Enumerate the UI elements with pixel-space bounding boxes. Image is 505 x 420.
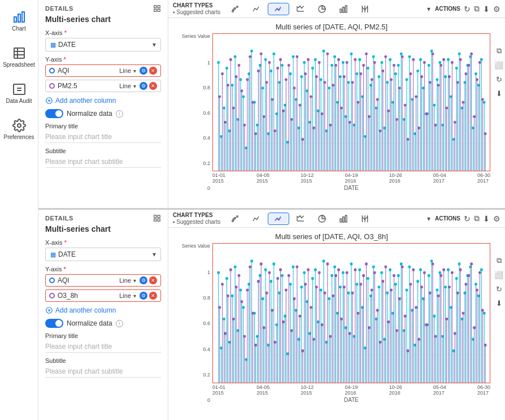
details-expand-icon-1[interactable] [153,5,161,12]
copy-icon-2[interactable]: ⧉ [474,214,480,223]
yaxis-settings-aqi-1[interactable]: ⚙ [140,67,147,75]
settings-icon-2[interactable]: ⚙ [493,214,500,223]
actions-label-2: ACTIONS [435,215,460,222]
svg-point-588 [414,344,416,346]
download-icon-2[interactable]: ⬇ [483,214,490,223]
chart-type-parallel-1[interactable] [355,3,375,15]
svg-point-157 [386,81,389,84]
svg-point-63 [256,124,258,126]
normalize-toggle-1[interactable] [45,109,63,118]
yaxis-remove-pm25-1[interactable]: ✕ [149,82,157,90]
svg-point-726 [338,269,340,271]
chart-type-histogram-1[interactable] [290,3,311,15]
primary-title-input-1[interactable]: Please input chart title [45,131,161,143]
svg-point-714 [321,323,323,326]
settings-icon-1[interactable]: ⚙ [493,5,500,14]
sidebar-item-chart[interactable]: Chart [0,6,38,36]
primary-title-input-2[interactable]: Please input chart title [45,341,161,353]
svg-point-646 [227,295,229,297]
subtitle-input-2[interactable]: Please input chart subtitle [45,366,161,378]
svg-point-716 [324,292,326,294]
svg-point-419 [481,98,484,101]
action-icons-2: ↻ ⧉ ⬇ ⚙ [464,214,500,223]
chart-type-bar-1[interactable] [333,3,354,15]
yaxis-dropdown-aqi-2[interactable]: ▾ [133,278,136,284]
svg-point-690 [288,274,290,276]
more-btn-2[interactable]: ▾ [427,215,430,223]
yaxis-item-o3-2: O3_8h Line ▾ ⚙ ✕ [45,289,161,302]
audit-icon [12,83,26,96]
chart-type-line-2[interactable] [246,213,267,224]
side-refresh-icon-1[interactable]: ↻ [496,75,502,84]
yaxis-remove-aqi-1[interactable]: ✕ [149,67,157,75]
yaxis-settings-o3-2[interactable]: ⚙ [140,292,147,300]
side-copy-icon-2[interactable]: ⧉ [497,256,502,265]
download-icon-1[interactable]: ⬇ [483,5,490,14]
yaxis-remove-aqi-2[interactable]: ✕ [149,276,157,284]
sidebar-item-spreadsheet[interactable]: Spreadsheet [0,42,38,72]
normalize-toggle-2[interactable] [45,319,63,328]
svg-rect-14 [158,9,160,11]
yaxis-settings-aqi-2[interactable]: ⚙ [140,276,147,284]
xaxis-value-1: DATE [58,41,76,49]
svg-point-97 [303,61,306,63]
yaxis-settings-pm25-1[interactable]: ⚙ [140,82,147,90]
svg-point-173 [408,55,411,58]
chart-type-scatter-2[interactable] [225,213,245,224]
normalize-info-1[interactable]: i [116,110,123,118]
chart-type-multiseries-1[interactable] [268,3,289,15]
details-expand-icon-2[interactable] [153,214,161,222]
svg-point-307 [326,53,329,55]
side-share-icon-2[interactable]: ⬜ [494,271,503,279]
side-download-icon-1[interactable]: ⬇ [496,89,502,98]
chart-type-pie-2[interactable] [312,213,332,224]
svg-point-87 [289,73,291,75]
svg-rect-422 [154,215,156,218]
refresh-icon-1[interactable]: ↻ [464,5,471,14]
yaxis-label-2: Y-axis * [45,266,161,272]
add-column-1[interactable]: Add another column [45,97,161,105]
copy-icon-1[interactable]: ⧉ [474,4,480,14]
chart-type-histogram-2[interactable] [290,213,311,224]
svg-point-792 [429,292,431,294]
suggested-text-2: Suggested charts [176,219,220,225]
chart-type-scatter-1[interactable] [225,3,245,15]
refresh-icon-2[interactable]: ↻ [464,214,471,223]
svg-point-49 [237,118,239,120]
chart-with-yaxis-1: Series Value 1 0.8 0.6 0.4 0.2 0 [173,33,490,191]
side-download-icon-2[interactable]: ⬇ [496,299,502,308]
side-copy-icon-1[interactable]: ⧉ [497,46,502,55]
chart-plot-container-2: Multi series of [DATE, AQI, O3_8h] AQI O… [168,228,493,420]
side-refresh-icon-2[interactable]: ↻ [496,285,502,293]
chart-type-parallel-2[interactable] [355,213,375,224]
side-share-icon-1[interactable]: ⬜ [494,61,503,70]
svg-point-668 [257,280,259,283]
chart-content-2: Multi series of [DATE, AQI, O3_8h] AQI O… [168,228,505,420]
add-column-2[interactable]: Add another column [45,306,161,314]
svg-point-742 [360,283,362,285]
sidebar-item-data-audit[interactable]: Data Audit [0,78,38,109]
yaxis-dropdown-pm25-1[interactable]: ▾ [133,83,136,89]
svg-point-652 [235,286,237,288]
sidebar-item-preferences[interactable]: Preferences [0,114,38,145]
chart-type-pie-1[interactable] [312,3,332,15]
chart-type-bar-2[interactable] [333,213,354,224]
yaxis-dropdown-o3-2[interactable]: ▾ [133,293,136,299]
svg-point-75 [273,53,275,55]
subtitle-input-1[interactable]: Please input chart subtitle [45,156,161,168]
chart-types-bar-2: CHART TYPES ▪ Suggested charts [168,210,505,228]
yaxis-dropdown-aqi-1[interactable]: ▾ [133,68,136,74]
svg-point-704 [307,269,310,271]
xaxis-select-2[interactable]: ▦ DATE ▾ [45,248,161,261]
svg-point-403 [459,58,462,60]
chart-type-line-1[interactable] [246,3,267,15]
yaxis-remove-o3-2[interactable]: ✕ [149,292,157,300]
xaxis-select-1[interactable]: ▦ DATE ▾ [45,38,161,51]
more-btn-1[interactable]: ▾ [427,5,430,13]
svg-point-101 [309,121,311,123]
svg-point-359 [398,87,400,89]
normalize-info-2[interactable]: i [116,320,123,327]
svg-point-666 [255,344,257,346]
svg-point-542 [350,263,352,265]
chart-type-multiseries-2[interactable] [268,213,289,225]
